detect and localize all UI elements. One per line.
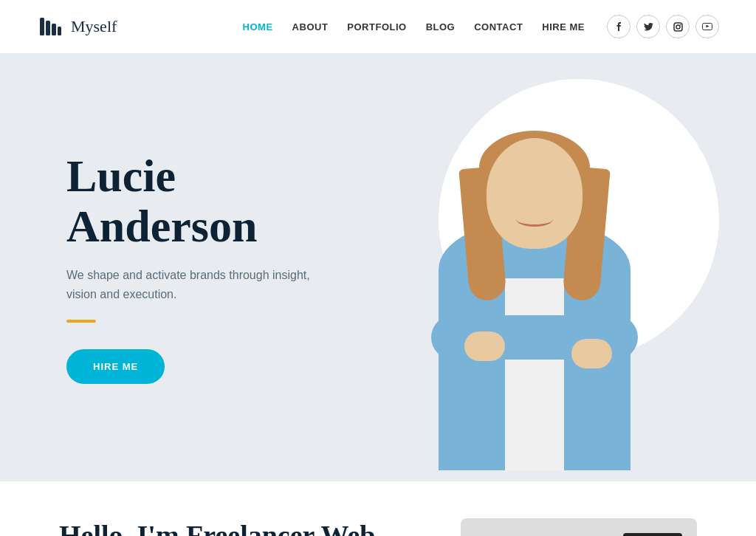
logo-icon — [37, 13, 63, 40]
main-nav: HOME ABOUT PORTFOLIO BLOG CONTACT HIRE M… — [236, 15, 719, 38]
hero-divider — [66, 320, 96, 323]
nav-about[interactable]: ABOUT — [285, 17, 336, 37]
svg-rect-3 — [58, 27, 61, 35]
instagram-icon[interactable] — [666, 15, 690, 38]
hero-content: Lucie Anderson We shape and activate bra… — [66, 151, 317, 429]
monitor-shape — [623, 533, 682, 536]
nav-home[interactable]: HOME — [236, 17, 281, 37]
nav-portfolio[interactable]: PORTFOLIO — [340, 17, 413, 37]
hire-me-button[interactable]: HIRE ME — [66, 349, 165, 384]
svg-rect-0 — [40, 18, 44, 35]
person-figure — [409, 116, 660, 470]
youtube-icon[interactable] — [695, 15, 719, 38]
hero-person-figure — [379, 109, 690, 470]
hero-section: Lucie Anderson We shape and activate bra… — [0, 53, 756, 481]
nav-blog[interactable]: BLOG — [419, 17, 463, 37]
hero-tagline: We shape and activate brands through ins… — [66, 266, 317, 303]
logo[interactable]: Myself — [37, 13, 117, 40]
twitter-icon[interactable] — [636, 15, 660, 38]
svg-rect-4 — [674, 23, 682, 31]
facebook-icon[interactable] — [607, 15, 630, 38]
nav-contact[interactable]: CONTACT — [467, 17, 530, 37]
person-hand-left — [571, 339, 612, 368]
person-smile — [516, 212, 553, 227]
social-icons — [607, 15, 719, 38]
person-shirt — [505, 278, 564, 470]
brand-name: Myself — [71, 17, 117, 36]
hero-image-area — [372, 109, 697, 470]
below-image — [461, 518, 697, 536]
svg-rect-2 — [52, 24, 56, 35]
svg-point-6 — [679, 24, 681, 25]
below-text: Hello, I'm Freelancer Web Designer & Dev… — [59, 518, 416, 536]
svg-rect-1 — [46, 21, 50, 35]
person-hand-right — [464, 331, 505, 361]
hero-name: Lucie Anderson — [66, 151, 317, 251]
person-head — [487, 138, 583, 249]
below-hero-section: Hello, I'm Freelancer Web Designer & Dev… — [0, 481, 756, 536]
below-heading: Hello, I'm Freelancer Web Designer & Dev… — [59, 518, 416, 536]
header: Myself HOME ABOUT PORTFOLIO BLOG CONTACT… — [0, 0, 756, 53]
svg-point-5 — [676, 25, 680, 29]
nav-hire-me[interactable]: HIRE ME — [535, 17, 592, 37]
